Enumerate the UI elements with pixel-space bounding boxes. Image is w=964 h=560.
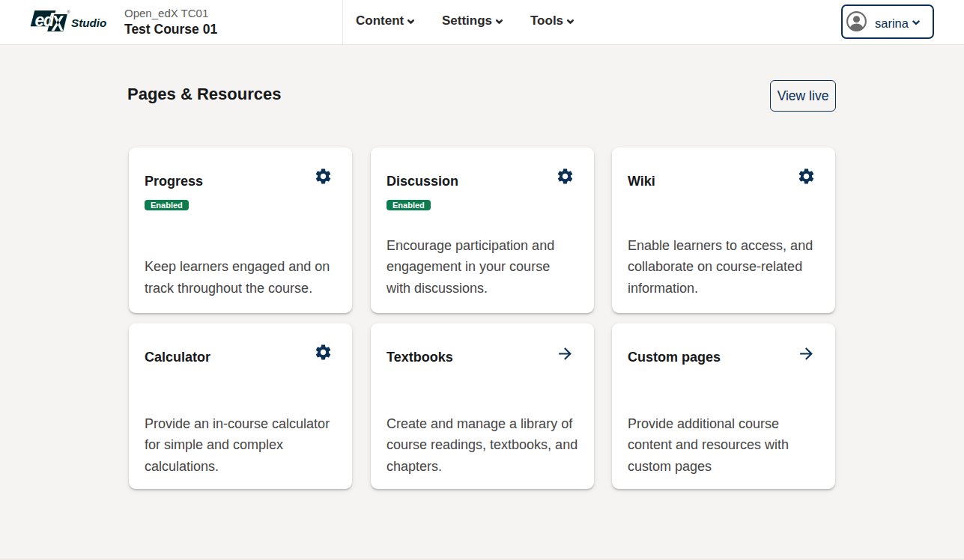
svg-text:Studio: Studio [71,16,106,29]
svg-text:®: ® [67,10,70,14]
svg-text:ed: ed [35,10,55,30]
